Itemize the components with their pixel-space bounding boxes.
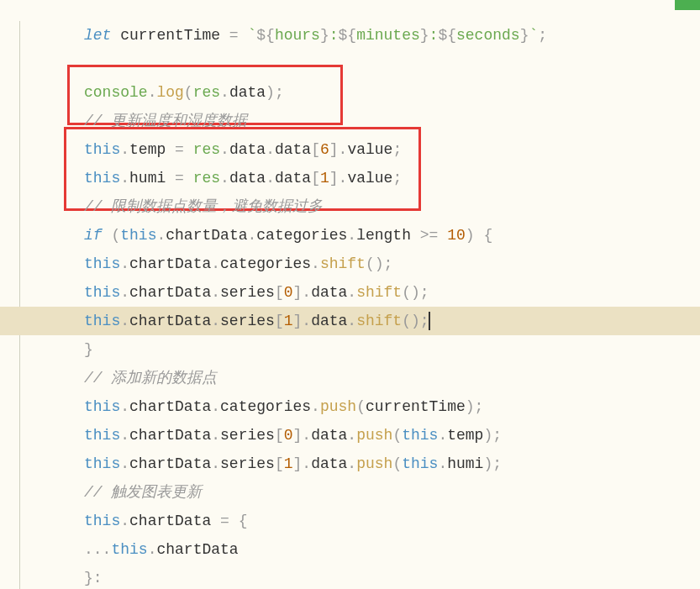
code-line-highlighted[interactable]: this.chartData.series[1].data.shift(); [0, 307, 700, 335]
code-line[interactable]: // 触发图表更新 [84, 478, 700, 507]
code-line[interactable]: this.chartData.series[1].data.push(this.… [84, 450, 700, 478]
code-line[interactable]: // 限制数据点数量，避免数据过多 [84, 192, 700, 221]
code-line[interactable]: this.chartData.categories.shift(); [84, 250, 700, 278]
code-line[interactable]: } [84, 335, 700, 364]
code-line[interactable]: let currentTime = `${hours}:${minutes}:$… [84, 21, 700, 50]
code-line[interactable]: this.humi = res.data.data[1].value; [84, 164, 700, 192]
code-line[interactable]: console.log(res.data); [84, 78, 700, 107]
gutter-line [19, 21, 20, 589]
scroll-marker [675, 0, 700, 10]
code-line[interactable]: // 更新温度和湿度数据 [84, 107, 700, 135]
code-line[interactable]: this.chartData.series[0].data.shift(); [84, 278, 700, 307]
code-editor[interactable]: let currentTime = `${hours}:${minutes}:$… [0, 21, 700, 589]
code-line[interactable]: this.temp = res.data.data[6].value; [84, 135, 700, 164]
code-line[interactable]: this.chartData.series[0].data.push(this.… [84, 421, 700, 450]
code-line[interactable]: ...this.chartData [84, 535, 700, 564]
code-line-empty[interactable] [84, 50, 700, 78]
code-line[interactable]: this.chartData = { [84, 507, 700, 535]
code-line[interactable]: if (this.chartData.categories.length >= … [84, 221, 700, 250]
code-line[interactable]: }: [84, 564, 700, 589]
text-cursor [429, 312, 430, 330]
code-line[interactable]: this.chartData.categories.push(currentTi… [84, 392, 700, 421]
code-line[interactable]: // 添加新的数据点 [84, 364, 700, 392]
